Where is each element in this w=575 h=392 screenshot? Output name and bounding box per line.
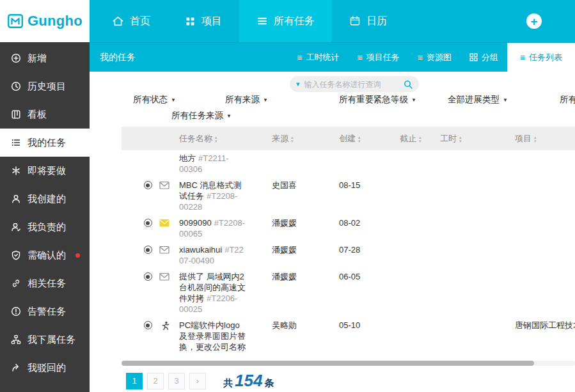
plus-circle-icon	[11, 53, 21, 63]
column-header-due[interactable]: 截止 ▴▾	[400, 133, 440, 145]
sub-header: 我的任务 ≡ 工时统计 ≡ 项目任务 ≡ 资源图 分组 ≡ 任务列表	[90, 42, 575, 72]
sidebar-item-needs-confirmation[interactable]: 需确认的	[0, 241, 90, 269]
list-icon: ≡	[357, 53, 362, 62]
nav-item-projects[interactable]: 项目	[168, 0, 239, 42]
sidebar-item-label: 新增	[28, 52, 47, 65]
radio-icon[interactable]	[144, 181, 152, 189]
sidebar-item-label: 我的任务	[28, 137, 66, 149]
table-row[interactable]: 地方#T2211-00306	[122, 150, 575, 177]
table-row[interactable]: MBC 消息格式测试任务#T2208-00228 史国喜 08-15	[122, 177, 575, 215]
tab-label: 分组	[482, 52, 498, 63]
history-icon	[11, 81, 21, 91]
sidebar-item-my-tasks[interactable]: 我的任务	[0, 129, 90, 157]
sidebar-item-history-projects[interactable]: 历史项目	[0, 72, 90, 100]
task-title: PC端软件内logo及登录界面图片替换，更改公司名称	[179, 320, 246, 352]
sort-icon: ▴▾	[215, 135, 217, 143]
filter-priority[interactable]: 所有重要紧急等级 ▼	[339, 94, 416, 106]
task-source: 潘媛媛	[272, 271, 339, 282]
sidebar-item-created-by-me[interactable]: 我创建的	[0, 185, 90, 213]
column-header-created[interactable]: 创建 ▴▾	[339, 133, 400, 145]
sidebar-item-owned-by-me[interactable]: 我负责的	[0, 213, 90, 241]
next-page-button[interactable]: ›	[189, 373, 206, 389]
envelope-yellow-icon	[159, 219, 169, 228]
filter-cutoff[interactable]: 所有 ▼	[560, 94, 575, 106]
nav-item-all-tasks[interactable]: 所有任务	[239, 0, 332, 42]
user-check-icon	[11, 222, 21, 232]
sort-icon: ▴▾	[419, 135, 421, 143]
table-row[interactable]: xiawukaihui#T2207-00490 潘媛媛 07-28	[122, 242, 575, 269]
page-button-2[interactable]: 2	[147, 373, 164, 389]
org-icon	[11, 334, 21, 345]
tab-project-tasks[interactable]: ≡ 项目任务	[348, 43, 408, 72]
sidebar-item-label: 需确认的	[28, 249, 66, 262]
sort-icon: ▴▾	[358, 135, 361, 143]
tab-resource-map[interactable]: ≡ 资源图	[409, 43, 461, 72]
tab-label: 项目任务	[366, 52, 400, 63]
filter-status[interactable]: 所有状态 ▼	[133, 94, 176, 106]
sidebar-item-related-tasks[interactable]: 相关任务	[0, 269, 90, 297]
sidebar-item-alert-tasks[interactable]: 告警任务	[0, 297, 90, 325]
search-input[interactable]	[304, 80, 399, 89]
task-created: 05-10	[339, 320, 400, 331]
top-nav: 首页 项目 所有任务 日历	[95, 0, 404, 42]
sidebar-item-kanban[interactable]: 看板	[0, 100, 90, 129]
table-header: 任务名称 ▴▾ 来源 ▴▾ 创建 ▴▾ 截止 ▴▾	[122, 127, 575, 150]
sidebar-item-new[interactable]: 新增	[0, 44, 90, 72]
column-header-source[interactable]: 来源 ▴▾	[272, 133, 339, 145]
gungho-logo-icon	[7, 13, 24, 29]
total-count: 共 154 条	[223, 371, 274, 391]
kanban-icon	[11, 109, 21, 120]
table-row[interactable]: 提供了 局域网内2台机器间的高速文件对拷#T2206-00025 潘媛媛 06-…	[122, 269, 575, 317]
sidebar-item-subordinate-tasks[interactable]: 我下属任务	[0, 325, 90, 354]
task-table: 任务名称 ▴▾ 来源 ▴▾ 创建 ▴▾ 截止 ▴▾	[122, 127, 575, 358]
alert-icon	[11, 306, 21, 317]
page-title: 我的任务	[100, 52, 136, 63]
table-row[interactable]: PC端软件内logo及登录界面图片替换，更改公司名称 吴略勋 05-10 唐钢国…	[122, 317, 575, 355]
task-source: 史国喜	[272, 180, 339, 191]
calendar-icon	[349, 15, 361, 27]
radio-icon[interactable]	[144, 219, 152, 227]
column-header-hours[interactable]: 工时 ▴▾	[440, 133, 515, 145]
task-created: 08-15	[339, 180, 400, 191]
task-source: 潘媛媛	[272, 217, 339, 228]
column-header-project[interactable]: 项目 ▴▾	[515, 133, 575, 145]
filter-source[interactable]: 所有来源 ▼	[225, 94, 268, 106]
task-list-icon	[11, 137, 21, 148]
logo-text: Gungho	[28, 13, 83, 29]
radio-icon[interactable]	[144, 272, 152, 281]
radio-icon[interactable]	[144, 246, 152, 254]
nav-item-home[interactable]: 首页	[95, 0, 168, 42]
page-button-1[interactable]: 1	[126, 373, 143, 389]
task-search-box[interactable]: ▾	[290, 76, 419, 92]
tab-label: 任务列表	[529, 52, 562, 63]
filter-label: 所有	[560, 94, 575, 106]
page-button-3[interactable]: 3	[168, 373, 185, 389]
column-header-task-name[interactable]: 任务名称 ▴▾	[173, 133, 272, 145]
scrollbar-thumb[interactable]	[122, 361, 534, 366]
add-button[interactable]: +	[526, 13, 542, 29]
sidebar-item-label: 即将要做	[28, 165, 66, 177]
sidebar-item-label: 告警任务	[28, 306, 66, 318]
logo[interactable]: Gungho	[0, 0, 90, 42]
radio-icon[interactable]	[144, 321, 152, 329]
tab-task-list[interactable]: ≡ 任务列表	[507, 43, 575, 72]
filter-task-source[interactable]: 所有任务来源 ▼	[171, 110, 232, 122]
chevron-down-icon[interactable]: ▾	[296, 81, 300, 88]
list-icon	[256, 15, 268, 27]
search-icon[interactable]	[404, 80, 413, 89]
top-bar: Gungho 首页 项目 所有任务	[0, 0, 575, 42]
user-icon	[11, 194, 21, 204]
sidebar-item-upcoming[interactable]: 即将要做	[0, 157, 90, 185]
filter-progress-type[interactable]: 全部进展类型 ▼	[448, 94, 508, 106]
list-icon: ≡	[520, 53, 525, 62]
tab-grouping[interactable]: 分组	[461, 43, 507, 72]
filter-label: 全部进展类型	[448, 94, 500, 106]
chevron-down-icon: ▼	[226, 113, 232, 119]
table-row[interactable]: 9099090#T2208-00065 潘媛媛 08-02	[122, 215, 575, 242]
nav-item-calendar[interactable]: 日历	[332, 0, 404, 42]
pagination: 1 2 3 › 共 154 条	[126, 371, 274, 391]
sidebar-item-rejected-by-me[interactable]: 我驳回的	[0, 354, 90, 382]
sort-icon: ▴▾	[291, 135, 294, 143]
sort-icon: ▴▾	[459, 135, 462, 143]
tab-timesheet[interactable]: ≡ 工时统计	[288, 43, 348, 72]
